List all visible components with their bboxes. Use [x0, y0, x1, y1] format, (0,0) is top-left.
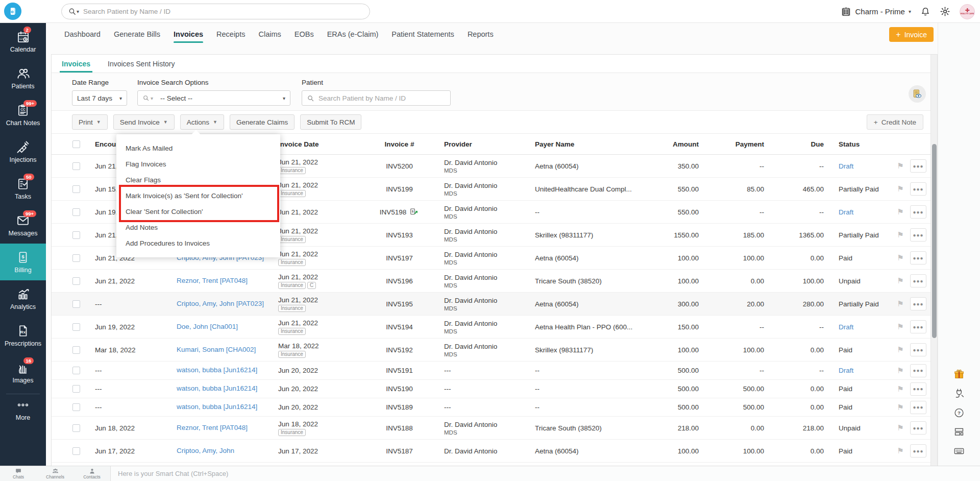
- tab-patient-statements[interactable]: Patient Statements: [391, 23, 454, 45]
- flag-icon[interactable]: ⚑: [897, 276, 903, 285]
- user-avatar[interactable]: ✚HEALTH CARE: [960, 4, 975, 19]
- app-logo-icon[interactable]: [4, 3, 21, 20]
- sidebar-item-injections[interactable]: Injections: [0, 133, 46, 170]
- row-more-button[interactable]: ●●●: [910, 421, 926, 435]
- patient-filter-input[interactable]: [318, 94, 446, 102]
- row-more-button[interactable]: ●●●: [910, 401, 926, 414]
- row-more-button[interactable]: ●●●: [910, 297, 926, 310]
- row-more-button[interactable]: ●●●: [910, 364, 926, 377]
- patient-link[interactable]: watson, bubba [Jun16214]: [177, 384, 272, 393]
- subtab-invoices[interactable]: Invoices: [62, 60, 90, 73]
- menu-item-flag-invoices[interactable]: Flag Invoices: [116, 156, 280, 172]
- tab-invoices[interactable]: Invoices: [174, 23, 203, 45]
- sidebar-item-messages[interactable]: 99+Messages: [0, 207, 46, 244]
- chats-button[interactable]: Chats: [0, 468, 37, 479]
- column-visibility-button[interactable]: [909, 85, 926, 103]
- flag-icon[interactable]: ⚑: [897, 403, 903, 412]
- menu-item-add-procedures-to-invoices[interactable]: Add Procedures to Invoices: [116, 235, 280, 251]
- gift-icon[interactable]: [953, 369, 965, 380]
- sidebar-item-chart-notes[interactable]: CC99+Chart Notes: [0, 97, 46, 133]
- row-checkbox[interactable]: [72, 277, 80, 285]
- row-checkbox[interactable]: [72, 231, 80, 239]
- row-checkbox[interactable]: [72, 254, 80, 262]
- menu-item-add-notes[interactable]: Add Notes: [116, 220, 280, 235]
- flag-icon[interactable]: ⚑: [897, 384, 903, 394]
- row-more-button[interactable]: ●●●: [910, 228, 926, 242]
- flag-icon[interactable]: ⚑: [897, 184, 903, 194]
- patient-link[interactable]: Kumari, Sonam [CHA002]: [177, 345, 272, 354]
- smart-chat-input[interactable]: [118, 470, 937, 477]
- actions-button[interactable]: Actions▼: [180, 114, 224, 130]
- flag-icon[interactable]: ⚑: [897, 423, 903, 432]
- flag-icon[interactable]: ⚑: [897, 299, 903, 308]
- row-more-button[interactable]: ●●●: [910, 274, 926, 287]
- row-checkbox[interactable]: [72, 403, 80, 411]
- sidebar-item-billing[interactable]: $Billing: [0, 244, 46, 280]
- print-button[interactable]: Print▼: [72, 114, 108, 130]
- tab-reports[interactable]: Reports: [468, 23, 494, 45]
- sidebar-item-more[interactable]: More: [0, 396, 46, 423]
- invoice-search-options-select[interactable]: ▾ -- Select -- ▾: [137, 90, 290, 106]
- row-checkbox[interactable]: [72, 300, 80, 308]
- global-search-input[interactable]: [83, 8, 363, 15]
- settings-gear-icon[interactable]: [940, 6, 950, 17]
- new-invoice-button[interactable]: +Invoice: [889, 27, 934, 42]
- patient-link[interactable]: Doe, John [Cha001]: [177, 322, 272, 331]
- row-checkbox[interactable]: [72, 447, 80, 455]
- patient-link[interactable]: watson, bubba [Jun16214]: [177, 366, 272, 375]
- patient-link[interactable]: Criptoo, Amy, John [PAT023]: [177, 299, 272, 308]
- search-scope-caret-icon[interactable]: ▾: [77, 9, 79, 14]
- sidebar-item-prescriptions[interactable]: RxPrescriptions: [0, 317, 46, 354]
- menu-item-mark-invoice-s-as-sent-for-collection[interactable]: Mark Invoice(s) as 'Sent for Collection': [116, 188, 280, 204]
- flag-icon[interactable]: ⚑: [897, 345, 903, 354]
- tab-receipts[interactable]: Receipts: [216, 23, 245, 45]
- row-more-button[interactable]: ●●●: [910, 182, 926, 196]
- patient-link[interactable]: watson, bubba [Jun16214]: [177, 402, 272, 412]
- row-checkbox[interactable]: [72, 323, 80, 331]
- row-more-button[interactable]: ●●●: [910, 382, 926, 396]
- sidebar-item-images[interactable]: 16Images: [0, 354, 46, 391]
- contacts-button[interactable]: Contacts: [74, 468, 110, 479]
- row-checkbox[interactable]: [72, 424, 80, 432]
- patient-link[interactable]: Criptoo, Amy, John: [177, 446, 272, 455]
- row-checkbox[interactable]: [72, 346, 80, 354]
- scrollbar-thumb[interactable]: [932, 144, 937, 338]
- row-more-button[interactable]: ●●●: [910, 251, 926, 264]
- tab-dashboard[interactable]: Dashboard: [64, 23, 101, 45]
- row-checkbox[interactable]: [72, 162, 80, 170]
- flag-icon[interactable]: ⚑: [897, 446, 903, 455]
- menu-item-clear-sent-for-collection[interactable]: Clear 'Sent for Collection': [116, 204, 280, 220]
- tab-eras-e-claim-[interactable]: ERAs (e-Claim): [327, 23, 379, 45]
- notifications-bell-icon[interactable]: [920, 7, 930, 17]
- menu-item-mark-as-mailed[interactable]: Mark As Mailed: [116, 140, 280, 156]
- global-patient-search[interactable]: ▾: [61, 4, 370, 19]
- tab-eobs[interactable]: EOBs: [295, 23, 314, 45]
- row-more-button[interactable]: ●●●: [910, 444, 926, 458]
- flag-icon[interactable]: ⚑: [897, 207, 903, 217]
- tab-claims[interactable]: Claims: [258, 23, 281, 45]
- select-all-checkbox[interactable]: [72, 140, 80, 148]
- patient-link[interactable]: Reznor, Trent [PAT048]: [177, 276, 272, 285]
- submit-to-rcm-button[interactable]: Submit To RCM: [300, 114, 361, 130]
- flag-icon[interactable]: ⚑: [897, 366, 903, 375]
- practice-selector[interactable]: Charm - Prime ▾: [841, 6, 911, 17]
- flag-icon[interactable]: ⚑: [897, 322, 903, 331]
- row-checkbox[interactable]: [72, 367, 80, 374]
- plug-icon[interactable]: [954, 388, 965, 399]
- help-icon[interactable]: ?: [954, 407, 965, 418]
- row-checkbox[interactable]: [72, 385, 80, 393]
- menu-item-clear-flags[interactable]: Clear Flags: [116, 172, 280, 188]
- patient-filter-field[interactable]: [302, 90, 451, 106]
- row-more-button[interactable]: ●●●: [910, 320, 926, 333]
- row-more-button[interactable]: ●●●: [910, 343, 926, 356]
- layout-icon[interactable]: [954, 426, 965, 437]
- tab-generate-bills[interactable]: Generate Bills: [114, 23, 160, 45]
- keyboard-icon[interactable]: [953, 445, 965, 456]
- smart-chat-field[interactable]: [110, 466, 980, 481]
- date-range-select[interactable]: Last 7 days▾: [72, 90, 127, 106]
- credit-note-button[interactable]: + Credit Note: [867, 114, 923, 130]
- sidebar-item-patients[interactable]: Patients: [0, 60, 46, 97]
- generate-claims-button[interactable]: Generate Claims: [230, 114, 295, 130]
- row-checkbox[interactable]: [72, 208, 80, 216]
- flag-icon[interactable]: ⚑: [897, 253, 903, 262]
